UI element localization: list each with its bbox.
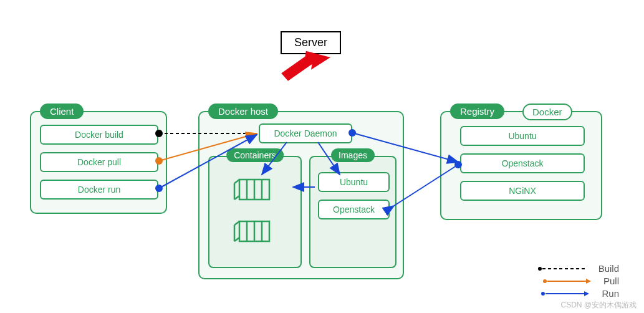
svg-marker-18 [586, 279, 591, 284]
client-item-build: Docker build [40, 125, 158, 145]
images-title: Images [331, 148, 375, 162]
svg-point-14 [538, 267, 542, 271]
legend: Build Pull Run [537, 261, 619, 301]
container-icon [233, 175, 277, 203]
container-icon [233, 216, 277, 244]
server-callout-label: Server [294, 36, 327, 49]
legend-build-label: Build [598, 263, 619, 274]
legend-build-line [537, 266, 587, 271]
legend-pull-label: Pull [603, 276, 619, 286]
docker-daemon: Docker Daemon [259, 123, 352, 143]
client-panel: Client Docker build Docker pull Docker r… [30, 111, 167, 214]
registry-title: Registry [450, 104, 504, 119]
client-title: Client [40, 104, 84, 119]
host-title: Docker host [208, 104, 278, 119]
legend-pull-line [542, 278, 592, 284]
host-panel: Docker host Docker Daemon Containers [198, 111, 404, 279]
client-item-pull: Docker pull [40, 152, 158, 172]
registry-item-nginx: NGiNX [460, 181, 585, 201]
svg-marker-21 [584, 291, 589, 296]
legend-run-label: Run [602, 288, 619, 299]
registry-panel: Registry Docker Ubuntu Openstack NGiNX [440, 111, 602, 220]
watermark: CSDN @安的木偶游戏 [560, 300, 637, 311]
containers-subpanel: Containers [208, 156, 302, 268]
registry-tag: Docker [522, 104, 572, 120]
svg-point-19 [541, 292, 545, 296]
svg-point-16 [543, 279, 547, 283]
containers-title: Containers [226, 148, 284, 162]
image-openstack: Openstack [318, 200, 390, 219]
legend-run-line [541, 291, 590, 297]
registry-item-ubuntu: Ubuntu [460, 126, 585, 146]
images-subpanel: Images Ubuntu Openstack [309, 156, 396, 268]
server-callout: Server [281, 31, 341, 54]
client-item-run: Docker run [40, 180, 158, 200]
registry-item-openstack: Openstack [460, 153, 585, 173]
image-ubuntu: Ubuntu [318, 172, 390, 192]
